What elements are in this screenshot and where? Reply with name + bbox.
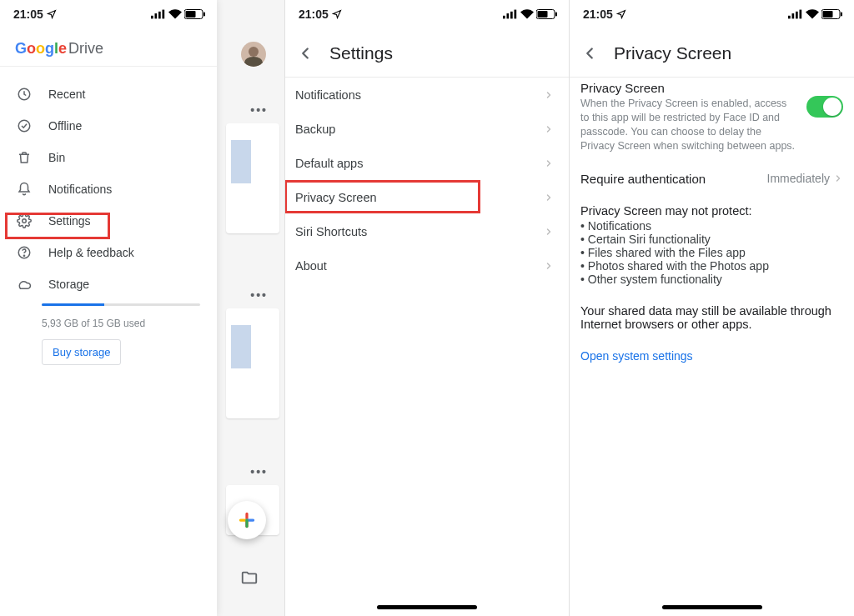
drawer-item-label: Bin <box>48 151 65 164</box>
settings-row-label: Default apps <box>295 157 363 170</box>
offline-icon <box>17 118 32 133</box>
drawer-item-storage[interactable]: Storage <box>0 268 217 300</box>
svg-rect-5 <box>155 13 158 18</box>
settings-row-backup[interactable]: Backup <box>285 112 569 146</box>
svg-rect-18 <box>510 12 513 19</box>
back-button[interactable] <box>580 44 599 63</box>
signal-icon <box>151 9 166 19</box>
svg-rect-26 <box>800 10 802 19</box>
more-icon[interactable]: ••• <box>250 465 268 478</box>
more-icon[interactable]: ••• <box>250 103 268 117</box>
panel-drive-drawer: ••• ••• ••• 21:05 <box>0 0 285 616</box>
status-time: 21:05 <box>583 8 613 21</box>
settings-row-label: About <box>295 259 327 273</box>
settings-list: Notifications Backup Default apps Privac… <box>285 78 569 283</box>
settings-row-default-apps[interactable]: Default apps <box>285 146 569 180</box>
warning-title: Privacy Screen may not protect: <box>580 204 843 218</box>
warning-bullet-item: • Photos shared with the Photos app <box>580 259 843 273</box>
drawer-item-help[interactable]: Help & feedback <box>0 237 217 268</box>
privacy-screen-section-title: Privacy Screen <box>580 81 796 95</box>
help-icon <box>17 245 32 260</box>
settings-row-privacy-screen[interactable]: Privacy Screen <box>285 180 569 214</box>
warning-bullet-item: • Other system functionality <box>580 273 843 286</box>
svg-rect-29 <box>841 13 842 17</box>
svg-rect-22 <box>555 13 557 17</box>
drawer-item-label: Settings <box>48 214 91 228</box>
settings-row-label: Notifications <box>295 88 361 102</box>
nav-bar: Privacy Screen <box>570 28 854 77</box>
plus-icon <box>236 509 258 531</box>
bell-icon <box>17 182 32 197</box>
clock-icon <box>17 87 32 102</box>
settings-row-label: Privacy Screen <box>295 191 377 204</box>
chevron-right-icon <box>544 227 554 237</box>
svg-rect-4 <box>151 16 153 19</box>
signal-icon <box>503 9 518 19</box>
warning-bullet-item: • Certain Siri functionality <box>580 233 843 246</box>
new-fab-button[interactable] <box>228 501 266 539</box>
drawer-item-recent[interactable]: Recent <box>0 78 217 110</box>
svg-point-12 <box>18 120 30 132</box>
wifi-icon <box>806 9 819 19</box>
chevron-right-icon <box>544 193 554 203</box>
buy-storage-button[interactable]: Buy storage <box>42 339 121 365</box>
drawer-item-label: Recent <box>48 88 85 101</box>
chevron-right-icon <box>544 261 554 271</box>
file-thumbnail <box>231 325 251 368</box>
file-card[interactable]: ••• <box>226 123 279 233</box>
files-tab-button[interactable] <box>233 563 266 593</box>
chevron-right-icon <box>544 124 554 134</box>
file-card[interactable]: ••• <box>226 308 279 418</box>
svg-rect-24 <box>792 13 795 18</box>
chevron-right-icon <box>833 173 843 183</box>
app-name: Drive <box>68 40 103 57</box>
cloud-icon <box>17 277 32 292</box>
status-time: 21:05 <box>299 8 329 21</box>
settings-row-about[interactable]: About <box>285 248 569 283</box>
wifi-icon <box>520 9 534 19</box>
warning-bullet-item: • Notifications <box>580 219 843 233</box>
panel-privacy-screen: 21:05 Privacy Screen Privacy Screen When… <box>570 0 854 616</box>
svg-rect-6 <box>158 12 161 19</box>
settings-row-siri-shortcuts[interactable]: Siri Shortcuts <box>285 214 569 248</box>
svg-rect-7 <box>163 10 165 19</box>
gear-icon <box>17 213 32 228</box>
svg-rect-19 <box>515 10 517 19</box>
signal-icon <box>788 9 803 19</box>
status-time: 21:05 <box>13 8 43 21</box>
home-indicator[interactable] <box>662 605 762 609</box>
privacy-screen-toggle[interactable] <box>806 96 843 118</box>
trash-icon <box>17 150 32 165</box>
folder-icon <box>240 568 259 587</box>
svg-rect-28 <box>823 11 833 18</box>
svg-rect-25 <box>796 12 798 19</box>
home-indicator[interactable] <box>377 605 477 609</box>
open-system-settings-link[interactable]: Open system settings <box>580 349 693 363</box>
drawer-item-settings[interactable]: Settings <box>0 205 217 237</box>
avatar[interactable] <box>241 42 266 67</box>
svg-point-13 <box>23 219 27 223</box>
chevron-right-icon <box>544 90 554 100</box>
location-icon <box>332 9 342 19</box>
more-icon[interactable]: ••• <box>250 288 268 302</box>
svg-rect-17 <box>507 13 510 18</box>
chevron-right-icon <box>544 158 554 168</box>
require-authentication-row[interactable]: Require authentication Immediately <box>580 172 843 186</box>
chevron-left-icon <box>296 44 314 63</box>
settings-row-notifications[interactable]: Notifications <box>285 78 569 112</box>
storage-usage-label: 5,93 GB of 15 GB used <box>42 318 200 329</box>
file-thumbnail <box>231 140 251 183</box>
drawer-item-bin[interactable]: Bin <box>0 142 217 173</box>
drawer-item-label: Offline <box>48 119 82 133</box>
battery-icon <box>821 9 842 19</box>
wifi-icon <box>168 9 182 19</box>
drawer-item-offline[interactable]: Offline <box>0 110 217 142</box>
svg-point-15 <box>23 255 24 256</box>
drawer-item-list: Recent Offline Bin Notifications Setting… <box>0 67 217 365</box>
svg-rect-9 <box>186 11 196 18</box>
shared-data-note: Your shared data may still be available … <box>580 304 843 331</box>
page-title: Privacy Screen <box>614 43 731 63</box>
drawer-item-notifications[interactable]: Notifications <box>0 173 217 205</box>
drawer-item-label: Help & feedback <box>48 246 134 259</box>
back-button[interactable] <box>296 44 314 63</box>
